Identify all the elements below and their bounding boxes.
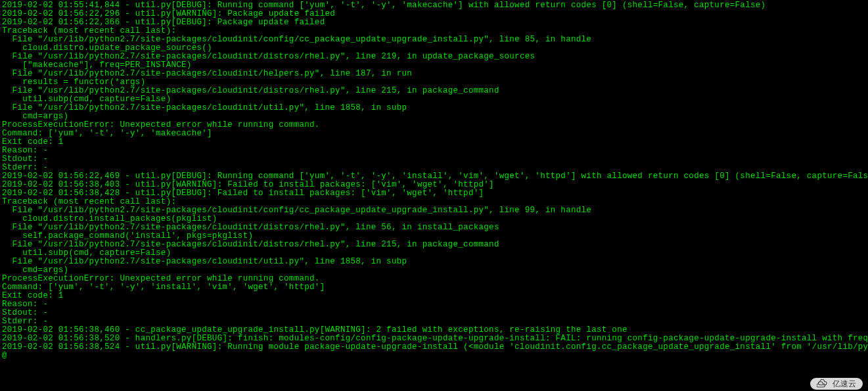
terminal-line: @ xyxy=(2,352,866,360)
terminal-output[interactable]: 2019-02-02 01:55:41,844 - util.py[DEBUG]… xyxy=(0,0,868,361)
cloud-icon xyxy=(817,379,830,388)
terminal-line: Command: ['yum', '-t', '-y', 'makecache'… xyxy=(2,129,866,138)
terminal-line: Command: ['yum', '-t', '-y', 'install', … xyxy=(2,283,866,292)
terminal-line: File "/usr/lib/python2.7/site-packages/c… xyxy=(2,258,866,266)
terminal-line: Stdout: - xyxy=(2,155,866,164)
watermark-text: 亿速云 xyxy=(833,380,856,388)
terminal-line: Exit code: 1 xyxy=(2,292,866,300)
terminal-line: File "/usr/lib/python2.7/site-packages/c… xyxy=(2,104,866,112)
watermark-badge: 亿速云 xyxy=(810,378,863,390)
terminal-line: Reason: - xyxy=(2,147,866,155)
terminal-line: Reason: - xyxy=(2,300,866,309)
terminal-line: Stdout: - xyxy=(2,309,866,317)
terminal-line: Exit code: 1 xyxy=(2,138,866,147)
terminal-line: 2019-02-02 01:56:38,524 - util.py[WARNIN… xyxy=(2,343,866,352)
